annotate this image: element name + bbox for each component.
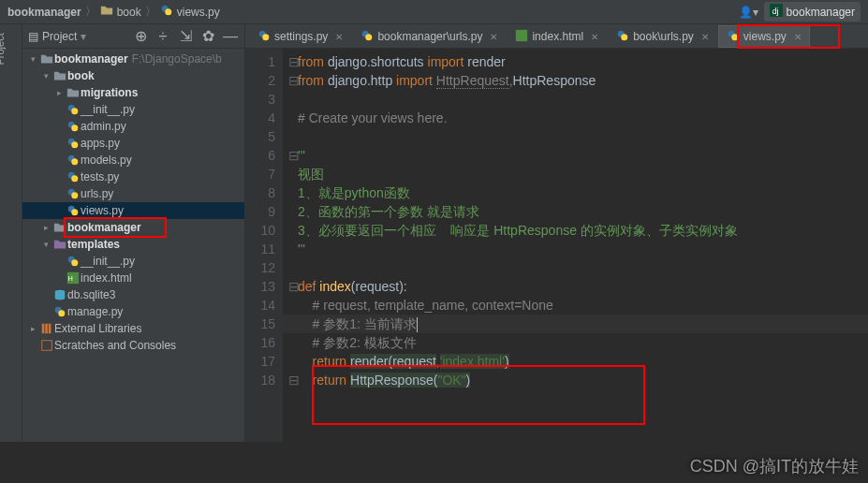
tree-folder-bookmanager[interactable]: ▸bookmanager (22, 219, 244, 236)
svg-point-1 (165, 8, 171, 15)
close-icon[interactable]: ✕ (701, 32, 709, 42)
svg-point-11 (71, 158, 78, 165)
gear-icon[interactable]: ✿ (199, 28, 216, 45)
tab-icon (515, 29, 528, 45)
svg-rect-35 (516, 29, 527, 40)
svg-point-19 (71, 259, 78, 266)
editor-tab[interactable]: views.py✕ (718, 25, 810, 48)
project-sidebar: ▤ Project ▾ ⊕ ÷ ⇲ ✿ — ▾bookmanagerF:\Dja… (22, 24, 245, 442)
project-tree[interactable]: ▾bookmanagerF:\DjangoSpace\b ▾book ▸migr… (22, 49, 244, 356)
left-tool-gutter: Project (0, 24, 22, 442)
tree-file-init[interactable]: __init__.py (22, 101, 244, 118)
svg-point-17 (71, 209, 78, 215)
tab-label: settings.py (274, 30, 328, 43)
code-editor[interactable]: 123456789101112131415161718 ⊟from django… (245, 49, 868, 442)
django-icon: dj (770, 4, 783, 20)
tree-folder-book[interactable]: ▾book (22, 67, 244, 84)
svg-point-37 (621, 34, 627, 40)
project-tool-label[interactable]: Project (0, 44, 6, 66)
editor-tabs: settings.py✕bookmanager\urls.py✕index.ht… (245, 24, 868, 49)
svg-point-32 (262, 34, 269, 40)
chevron-down-icon[interactable]: ▾ (81, 30, 86, 43)
tree-file-admin[interactable]: admin.py (22, 118, 244, 135)
python-file-icon (66, 187, 81, 200)
run-config-label: bookmanager (787, 6, 855, 19)
tab-icon (360, 29, 374, 45)
tree-folder-templates[interactable]: ▾templates (22, 236, 244, 253)
breadcrumb-sep: 〉 (85, 4, 96, 20)
user-icon[interactable]: 👤▾ (739, 6, 758, 19)
python-file-icon (66, 204, 81, 217)
tree-file-apps[interactable]: apps.py (22, 135, 244, 152)
tab-label: index.html (532, 30, 583, 43)
tree-file-manage[interactable]: manage.py (22, 303, 244, 320)
breadcrumb-folder[interactable]: book (117, 6, 141, 19)
breadcrumb-sep: 〉 (145, 4, 156, 20)
close-icon[interactable]: ✕ (335, 32, 343, 42)
watermark: CSDN @搞IT的放牛娃 (690, 455, 859, 477)
tree-scratches[interactable]: Scratches and Consoles (22, 337, 244, 354)
svg-point-24 (55, 297, 66, 300)
python-file-icon (66, 170, 81, 183)
tab-label: bookmanager\urls.py (377, 30, 482, 43)
editor-tab[interactable]: index.html✕ (507, 25, 607, 48)
svg-point-26 (58, 310, 65, 316)
breadcrumb-file[interactable]: views.py (177, 6, 220, 19)
svg-point-5 (71, 108, 78, 114)
close-icon[interactable]: ✕ (490, 32, 497, 42)
svg-point-9 (71, 141, 78, 148)
close-icon[interactable]: ✕ (794, 32, 802, 42)
tree-file-db[interactable]: db.sqlite3 (22, 286, 244, 303)
tab-icon (727, 29, 740, 45)
python-file-icon (66, 120, 81, 133)
sidebar-title: ▤ Project ▾ (28, 30, 126, 43)
svg-point-7 (71, 124, 78, 131)
hide-icon[interactable]: — (222, 28, 239, 45)
breadcrumb-root[interactable]: bookmanager (7, 6, 81, 19)
python-file-icon (66, 103, 81, 116)
svg-text:H: H (68, 275, 73, 282)
tree-file-views[interactable]: views.py (22, 202, 244, 219)
editor-tab[interactable]: bookmanager\urls.py✕ (352, 25, 506, 48)
tab-label: views.py (743, 30, 787, 43)
tab-icon (616, 29, 629, 45)
tree-root[interactable]: ▾bookmanagerF:\DjangoSpace\b (22, 51, 244, 67)
editor-tab[interactable]: book\urls.py✕ (608, 25, 717, 48)
project-icon: ▤ (28, 30, 38, 43)
svg-point-39 (731, 34, 738, 40)
collapse-icon[interactable]: ÷ (154, 28, 171, 45)
tree-file-urls[interactable]: urls.py (22, 185, 244, 202)
editor-tab[interactable]: settings.py✕ (249, 25, 351, 48)
editor-pane: settings.py✕bookmanager\urls.py✕index.ht… (245, 24, 868, 442)
html-icon: H (66, 271, 81, 285)
tree-folder-migrations[interactable]: ▸migrations (22, 84, 244, 101)
python-file-icon (160, 4, 173, 20)
sidebar-header: ▤ Project ▾ ⊕ ÷ ⇲ ✿ — (22, 24, 244, 49)
folder-icon (52, 238, 67, 251)
python-file-icon (66, 255, 81, 268)
svg-point-34 (366, 34, 373, 40)
tree-file-tests[interactable]: tests.py (22, 168, 244, 185)
svg-point-13 (71, 175, 78, 182)
svg-rect-27 (42, 324, 45, 334)
database-icon (52, 288, 67, 301)
top-navbar: bookmanager 〉 book 〉 views.py 👤▾ dj book… (0, 0, 868, 24)
folder-icon (39, 52, 54, 66)
breadcrumb[interactable]: bookmanager 〉 book 〉 views.py (7, 4, 739, 20)
run-config-selector[interactable]: dj bookmanager (764, 2, 861, 22)
tree-file-index-html[interactable]: Hindex.html (22, 270, 244, 286)
close-icon[interactable]: ✕ (591, 32, 598, 42)
svg-rect-29 (49, 324, 51, 334)
code-body[interactable]: ⊟from django.shortcuts import render ⊟fr… (283, 49, 868, 442)
scratch-icon (39, 339, 54, 352)
svg-text:dj: dj (772, 7, 778, 16)
folder-icon (52, 221, 67, 234)
library-icon (39, 322, 54, 335)
folder-icon (66, 86, 81, 99)
expand-icon[interactable]: ⇲ (177, 28, 194, 45)
locate-icon[interactable]: ⊕ (132, 28, 149, 45)
tab-icon (257, 29, 271, 45)
tree-file-t-init[interactable]: __init__.py (22, 253, 244, 270)
tree-external-libs[interactable]: ▸External Libraries (22, 320, 244, 337)
tree-file-models[interactable]: models.py (22, 152, 244, 168)
